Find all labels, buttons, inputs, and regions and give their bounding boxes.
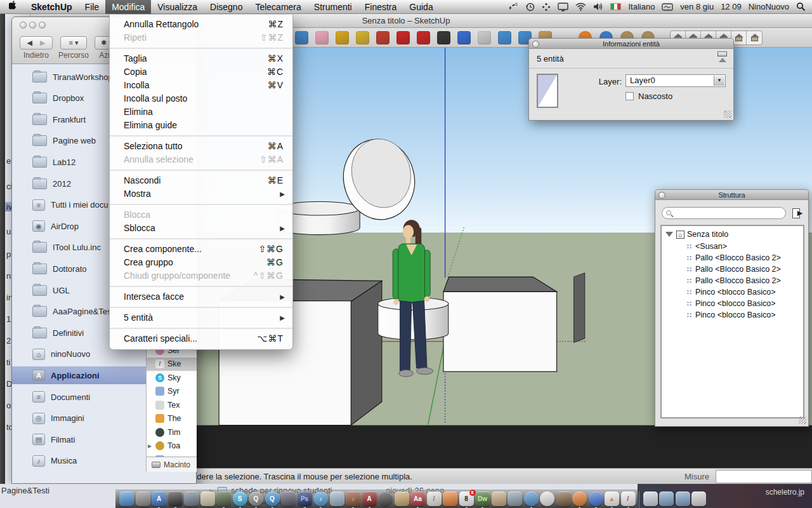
orbit-tool[interactable] xyxy=(457,31,471,44)
dock-icon-skype[interactable]: S xyxy=(233,491,247,506)
menu-bar-clock[interactable]: 12 09 xyxy=(721,2,742,11)
italian-flag-icon[interactable] xyxy=(610,3,621,10)
menu-bar-user[interactable]: NinoNuovo xyxy=(749,2,789,11)
dock-icon-pages[interactable]: / xyxy=(427,491,442,506)
spotlight-icon[interactable] xyxy=(796,2,806,11)
dock-icon-mail[interactable] xyxy=(330,491,344,506)
back-forward-buttons[interactable]: ◀▶ xyxy=(20,36,53,50)
dock-icon-downloads-folder[interactable] xyxy=(659,491,674,506)
dock-icon-adobe-reader[interactable]: A xyxy=(362,491,377,506)
menu-item-crea-gruppo[interactable]: Crea gruppo⌘G xyxy=(110,256,292,269)
app-list-row-sky[interactable]: SSky xyxy=(147,371,197,384)
path-button[interactable]: ≡ ▾ xyxy=(60,36,87,50)
menu-item-copia[interactable]: Copia⌘C xyxy=(110,65,292,79)
tree-item[interactable]: ∷Pallo <Blocco Basico 2> xyxy=(687,265,781,274)
menu-item-seleziona-tutto[interactable]: Seleziona tutto⌘A xyxy=(110,140,292,153)
displays-icon[interactable] xyxy=(558,3,568,11)
app-list-row-the[interactable]: The xyxy=(147,412,197,425)
dock-icon-garageband[interactable]: ♪ xyxy=(346,491,360,506)
follow-me-tool[interactable] xyxy=(437,31,450,44)
outliner-details-button[interactable]: ▶ xyxy=(792,207,803,219)
dock-icon-app-store[interactable]: A xyxy=(152,491,166,506)
tree-item[interactable]: ∷Pinco <blocco Basico> xyxy=(687,299,775,308)
menu-item-elimina-guide[interactable]: Elimina guide xyxy=(110,119,292,132)
entity-info-title-bar[interactable]: Informazioni entità xyxy=(529,39,733,49)
dock-icon-finder[interactable] xyxy=(119,491,134,506)
dock-icon-notes[interactable] xyxy=(200,491,215,506)
pan-tool[interactable] xyxy=(478,31,491,44)
tree-item[interactable]: ∷Pallo <Blocco Basico 2> xyxy=(687,276,781,285)
dock-icon-photo-booth[interactable] xyxy=(281,491,296,506)
menu-item-crea-componente[interactable]: Crea componente...⇧⌘G xyxy=(110,243,292,256)
menu-item-5-entit[interactable]: 5 entità▶ xyxy=(110,311,292,324)
menu-item-incolla-sul-posto[interactable]: Incolla sul posto xyxy=(110,92,292,105)
outliner-tree[interactable]: ⌂Senza titolo∷<Susan>∷Pallo <Blocco Basi… xyxy=(660,225,804,418)
push-pull-tool[interactable] xyxy=(376,31,390,44)
dock-icon-notebook[interactable] xyxy=(492,491,506,506)
menu-bar-item-finestra[interactable]: Finestra xyxy=(358,0,403,14)
dock-icon-dashboard[interactable] xyxy=(168,491,183,506)
dock-icon-iphoto[interactable] xyxy=(508,491,522,506)
chevron-down-icon[interactable]: ▼ xyxy=(714,76,724,86)
measure-input[interactable] xyxy=(716,470,812,483)
app-list-row-syr[interactable]: Syr xyxy=(147,385,197,398)
menu-item-incolla[interactable]: Incolla⌘V xyxy=(110,79,292,92)
menu-bar-item-telecamera[interactable]: Telecamera xyxy=(249,0,307,14)
outliner-search-input[interactable] xyxy=(662,207,786,219)
dock-icon-quicktime-x[interactable]: Q xyxy=(265,491,280,506)
wifi-icon[interactable] xyxy=(575,3,586,11)
dock-icon-trash[interactable] xyxy=(691,491,706,506)
zoom-button[interactable] xyxy=(39,22,46,29)
eraser-tool[interactable] xyxy=(315,31,329,44)
accessibility-icon[interactable] xyxy=(542,3,551,11)
dock-icon-aperture[interactable] xyxy=(378,491,393,506)
dock-icon-color-meter[interactable] xyxy=(540,491,554,506)
menu-bar-date[interactable]: ven 8 giu xyxy=(680,2,714,11)
apple-menu-icon[interactable] xyxy=(0,0,25,14)
menu-bar-item-sketchup[interactable]: SketchUp xyxy=(25,0,79,14)
dock-icon-photoshop[interactable]: Ps xyxy=(298,491,312,506)
close-icon[interactable] xyxy=(532,41,539,48)
menu-item-caratteri-speciali[interactable]: Caratteri speciali...⌥⌘T xyxy=(110,332,292,345)
time-machine-icon[interactable] xyxy=(525,2,535,11)
sidebar-item-filmati[interactable]: ▤Filmati xyxy=(12,431,147,448)
menu-bar-item-file[interactable]: File xyxy=(79,0,106,14)
dock-icon-fetch[interactable] xyxy=(556,491,571,506)
dock-icon-utilities[interactable] xyxy=(395,491,409,506)
dock-icon-vlc[interactable]: ▲ xyxy=(605,491,619,506)
menu-item-sblocca[interactable]: Sblocca▶ xyxy=(110,222,292,235)
sidebar-item-immagini[interactable]: ◎Immagini xyxy=(12,410,147,427)
window-shade-icon[interactable] xyxy=(717,51,727,62)
tree-item[interactable]: ∷Pinco <blocco Basico> xyxy=(687,311,775,319)
menu-item-mostra[interactable]: Mostra▶ xyxy=(110,187,292,201)
input-language-label[interactable]: Italiano xyxy=(628,2,655,11)
sidebar-item-musica[interactable]: ♪Musica xyxy=(12,452,147,470)
tree-item[interactable]: ∷Pallo <Blocco Basico 2> xyxy=(687,253,781,262)
hidden-checkbox[interactable] xyxy=(625,92,634,100)
volume-icon[interactable] xyxy=(593,3,603,11)
resize-grip[interactable] xyxy=(724,110,731,118)
app-list-row-tex[interactable]: Tex xyxy=(147,398,197,411)
select-tool[interactable] xyxy=(295,31,308,44)
script-menu-icon[interactable] xyxy=(662,3,673,11)
outliner-title-bar[interactable]: Struttura xyxy=(655,190,808,200)
menu-item-nascondi[interactable]: Nascondi⌘E xyxy=(110,174,292,187)
menu-bar-item-modifica[interactable]: Modifica xyxy=(105,0,151,14)
menu-item-taglia[interactable]: Taglia⌘X xyxy=(110,52,292,65)
dock-icon-ical[interactable]: 88 xyxy=(459,491,474,506)
menu-bar-item-visualizza[interactable]: Visualizza xyxy=(151,0,204,14)
layer-select[interactable]: Layer0 ▼ xyxy=(625,74,726,87)
sidebar-item-applicazioni[interactable]: AApplicazioni xyxy=(12,366,147,384)
menu-item-interseca-facce[interactable]: Interseca facce▶ xyxy=(110,290,292,304)
dock-icon-dictionary[interactable]: Aa xyxy=(410,491,425,506)
sidebar-item-documenti[interactable]: ≡Documenti xyxy=(12,388,147,406)
fax-icon[interactable] xyxy=(508,3,518,11)
zoom-tool[interactable] xyxy=(498,31,511,44)
dock-icon-sketchup[interactable]: / xyxy=(621,491,636,506)
menu-item-elimina[interactable]: Elimina xyxy=(110,105,292,119)
close-icon[interactable] xyxy=(658,192,665,199)
dock-icon-mission-control[interactable] xyxy=(184,491,199,506)
dock-icon-projects-folder[interactable] xyxy=(676,491,690,506)
menu-item-annulla-rettangolo[interactable]: Annulla Rettangolo⌘Z xyxy=(110,18,292,31)
dock-icon-camino[interactable] xyxy=(589,491,603,506)
